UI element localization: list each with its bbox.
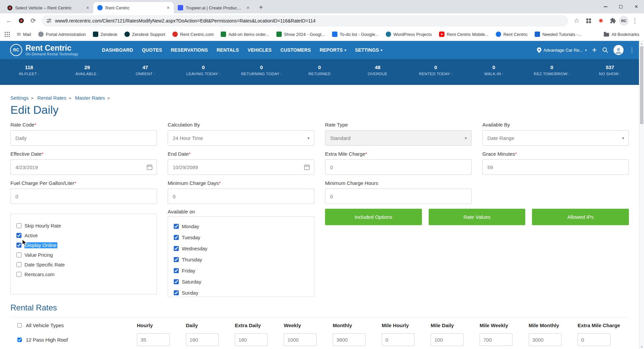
bookmark-todo-list[interactable]: To-do list - Google... — [332, 32, 379, 37]
minimum-charge-hours-input[interactable] — [325, 189, 472, 204]
all-vehicle-types-checkbox[interactable] — [17, 323, 22, 328]
window-minimize-button[interactable] — [598, 0, 613, 13]
url-text[interactable]: www9.rentcentric.com/Client7121/RatesMod… — [55, 18, 316, 23]
mile-monthly-input[interactable] — [529, 333, 561, 346]
end-date-input[interactable] — [168, 159, 314, 175]
thursday-checkbox[interactable] — [174, 257, 179, 262]
breadcrumb-master-rates[interactable]: Master Rates — [75, 95, 105, 101]
calendar-icon[interactable] — [146, 164, 153, 172]
nav-quotes[interactable]: QUOTES — [138, 47, 166, 53]
sunday-checkbox[interactable] — [174, 290, 179, 295]
nav-reports[interactable]: REPORTS▾ — [315, 47, 351, 53]
effective-date-input[interactable] — [10, 159, 157, 175]
brand-logo[interactable]: RC Rent Centric On-Demand Rental Technol… — [10, 44, 78, 56]
skip-hourly-rate-checkbox[interactable] — [16, 223, 21, 228]
header-menu-icon[interactable]: ⋮ — [629, 46, 635, 54]
quick-add-button[interactable]: + — [592, 47, 597, 53]
rentcars-com-checkbox[interactable] — [16, 272, 21, 277]
nav-customers[interactable]: CUSTOMERS — [276, 47, 315, 53]
nav-settings[interactable]: SETTINGS▾ — [351, 47, 387, 53]
allowed-ips-button[interactable]: Allowed IPs — [532, 209, 629, 225]
all-bookmarks-button[interactable]: All Bookmarks — [604, 32, 639, 37]
scrollbar-thumb[interactable] — [640, 46, 643, 124]
monthly-rate-input[interactable] — [333, 333, 366, 346]
extra-mile-charge-row-input[interactable] — [578, 333, 610, 346]
wednesday-checkbox[interactable] — [174, 246, 179, 251]
calendar-icon[interactable] — [304, 164, 310, 172]
bookmark-rent-centric-com[interactable]: Rent Centric.com — [172, 32, 214, 37]
sheet-icon — [276, 32, 282, 37]
field-label: Available By — [482, 122, 510, 128]
date-specific-rate-checkbox[interactable] — [16, 262, 21, 267]
bookmark-show-2024[interactable]: Show 2024 - Googl... — [276, 32, 325, 37]
weekly-rate-input[interactable] — [284, 333, 317, 346]
bookmark-wordpress-projects[interactable]: WordPress Projects — [386, 32, 432, 37]
scroll-up-icon[interactable]: ▲ — [639, 41, 644, 46]
hourly-rate-input[interactable] — [137, 333, 170, 346]
tab-rent-centric[interactable]: Rent Centric × — [93, 2, 174, 13]
back-button[interactable]: ← — [3, 15, 15, 27]
apps-grid-icon[interactable] — [5, 32, 10, 37]
tab-trupeer[interactable]: Trupeer.ai | Create Product Vide... × — [174, 2, 254, 13]
included-options-button[interactable]: Included Options — [325, 209, 422, 225]
fuel-charge-input[interactable] — [10, 189, 157, 204]
display-online-checkbox[interactable] — [16, 243, 21, 248]
page-scrollbar[interactable]: ▲ ▼ — [639, 41, 644, 349]
saturday-checkbox[interactable] — [174, 279, 179, 284]
bookmark-zendesk[interactable]: Zendesk — [93, 32, 117, 37]
breadcrumb-rental-rates[interactable]: Rental Rates — [37, 95, 66, 101]
rate-values-button[interactable]: Rate Values — [429, 209, 526, 225]
bookmark-needed-tutorials[interactable]: Needed Tutorials -... — [535, 32, 582, 37]
site-settings-icon[interactable] — [46, 18, 52, 23]
reload-button[interactable]: ⟳ — [28, 15, 39, 27]
rate-code-input[interactable] — [10, 130, 157, 146]
mile-weekly-input[interactable] — [480, 333, 513, 346]
rental-rates-title: Rental Rates — [10, 303, 629, 312]
nav-vehicles[interactable]: VEHICLES — [243, 47, 276, 53]
bookmark-star-icon[interactable]: ☆ — [571, 15, 582, 27]
bookmark-zendesk-support[interactable]: Zendesk Support — [124, 32, 165, 37]
bookmark-add-on-items[interactable]: Add-on Items order... — [221, 32, 269, 37]
mile-daily-input[interactable] — [431, 333, 464, 346]
breadcrumb-settings[interactable]: Settings — [10, 95, 29, 101]
tab-close-icon[interactable]: × — [165, 5, 171, 11]
tuesday-checkbox[interactable] — [174, 235, 179, 240]
window-maximize-button[interactable] — [613, 0, 629, 13]
rate-type-select[interactable]: Standard▾ — [325, 130, 472, 146]
value-pricing-checkbox[interactable] — [16, 252, 21, 257]
tab-select-vehicle[interactable]: Select Vehicle – Rent Centric × — [3, 2, 93, 13]
extensions-puzzle-icon[interactable] — [607, 15, 619, 27]
extra-daily-rate-input[interactable] — [235, 333, 268, 346]
daily-rate-input[interactable] — [186, 333, 219, 346]
grace-minutes-input[interactable] — [482, 159, 629, 175]
vehicle-type-checkbox[interactable] — [17, 338, 22, 342]
browser-profile-avatar[interactable]: RC — [619, 16, 629, 26]
available-by-select[interactable]: Date Range▾ — [482, 130, 629, 146]
bookmark-portal-administration[interactable]: Portal Administration — [38, 32, 86, 37]
extension-grid-icon[interactable] — [583, 15, 594, 27]
bookmark-rent-centric[interactable]: Rent Centric — [496, 32, 528, 37]
active-checkbox[interactable] — [16, 233, 21, 238]
minimum-charge-days-input[interactable] — [168, 189, 314, 204]
user-avatar[interactable] — [613, 45, 624, 55]
friday-checkbox[interactable] — [174, 268, 179, 273]
scroll-down-icon[interactable]: ▼ — [639, 344, 644, 349]
record-extension-icon[interactable] — [595, 15, 606, 27]
bookmark-rent-centric-mobile[interactable]: Rent Centric Mobile... — [439, 32, 489, 37]
location-selector[interactable]: Advantage Car Re... ▾ — [537, 47, 587, 53]
window-close-button[interactable]: × — [629, 0, 644, 13]
monday-checkbox[interactable] — [174, 224, 179, 229]
bookmark-mail[interactable]: ✉ Mail — [17, 32, 31, 37]
search-icon[interactable] — [602, 47, 608, 53]
tab-close-icon[interactable]: × — [85, 5, 91, 11]
calculation-by-select[interactable]: 24 Hour Time▾ — [168, 130, 314, 146]
nav-rentals[interactable]: RENTALS — [212, 47, 243, 53]
address-bar[interactable]: www9.rentcentric.com/Client7121/RatesMod… — [42, 15, 568, 27]
mile-hourly-input[interactable] — [382, 333, 415, 346]
browser-menu-icon[interactable]: ⋮ — [629, 15, 641, 27]
tab-close-icon[interactable]: × — [245, 5, 251, 11]
new-tab-button[interactable]: + — [256, 3, 266, 12]
extra-mile-charge-input[interactable] — [325, 159, 472, 175]
nav-reservations[interactable]: RESERVATIONS — [166, 47, 212, 53]
nav-dashboard[interactable]: DASHBOARD — [98, 47, 138, 53]
